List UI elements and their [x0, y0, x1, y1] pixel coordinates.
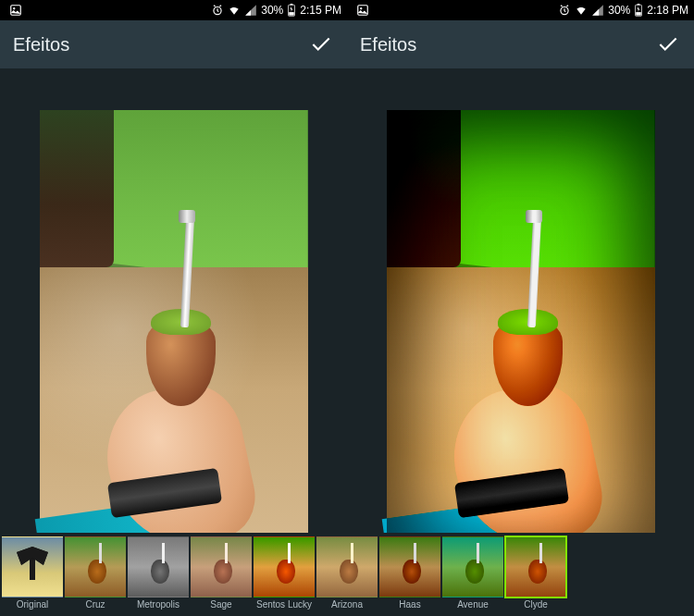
filter-thumb [128, 536, 189, 598]
image-icon [356, 4, 369, 17]
clock-label: 2:18 PM [647, 4, 688, 17]
signal-icon [244, 4, 257, 17]
filter-label: Sentos Lucky [254, 599, 315, 610]
filter-label: Original [2, 599, 63, 610]
battery-icon [287, 4, 296, 17]
filter-sentos-lucky[interactable]: Sentos Lucky [254, 536, 315, 610]
filter-arizona[interactable]: Arizona [316, 536, 378, 610]
header: Efeitos [0, 20, 347, 68]
svg-rect-4 [291, 4, 293, 5]
filter-clyde[interactable]: Clyde [505, 536, 566, 610]
filter-label: Metropolis [128, 599, 189, 610]
filter-strip[interactable]: Original Cruz Metropolis Sage Sentos Luc… [0, 533, 694, 616]
photo-preview[interactable] [387, 110, 655, 574]
filter-label: Haas [379, 599, 440, 610]
filter-original[interactable]: Original [2, 536, 63, 610]
photo-preview[interactable] [40, 110, 308, 574]
filter-label: Avenue [442, 599, 503, 610]
filter-label: Arizona [316, 599, 378, 610]
svg-point-7 [360, 7, 362, 9]
svg-point-1 [13, 7, 15, 9]
filter-thumb [65, 536, 126, 598]
svg-rect-11 [636, 12, 641, 16]
status-bar: 30% 2:18 PM [347, 0, 694, 20]
filter-cruz[interactable]: Cruz [65, 536, 126, 610]
wifi-icon [228, 4, 241, 17]
wifi-icon [575, 4, 588, 17]
image-icon [9, 4, 22, 17]
filter-label: Sage [191, 599, 252, 610]
filter-label: Cruz [65, 599, 126, 610]
filter-haas[interactable]: Haas [379, 536, 440, 610]
battery-label: 30% [608, 4, 630, 17]
filter-thumb [2, 536, 63, 598]
battery-icon [634, 4, 643, 17]
alarm-icon [211, 4, 224, 17]
filter-thumb [254, 536, 315, 598]
page-title: Efeitos [13, 34, 69, 55]
svg-rect-5 [289, 12, 294, 16]
filter-sage[interactable]: Sage [191, 536, 252, 610]
signal-icon [591, 4, 604, 17]
screen-left: 30% 2:15 PM Efeitos [0, 0, 347, 616]
filter-thumb [505, 536, 566, 598]
svg-rect-10 [638, 4, 640, 5]
alarm-icon [558, 4, 571, 17]
header: Efeitos [347, 20, 694, 68]
confirm-button[interactable] [308, 31, 334, 57]
status-bar: 30% 2:15 PM [0, 0, 347, 20]
filter-thumb [379, 536, 440, 598]
clock-label: 2:15 PM [300, 4, 341, 17]
filter-label: Clyde [505, 599, 566, 610]
filter-metropolis[interactable]: Metropolis [128, 536, 189, 610]
filter-avenue[interactable]: Avenue [442, 536, 503, 610]
confirm-button[interactable] [655, 31, 681, 57]
page-title: Efeitos [360, 34, 416, 55]
filter-thumb [442, 536, 503, 598]
battery-label: 30% [261, 4, 283, 17]
filter-thumb [191, 536, 252, 598]
filter-thumb [316, 536, 378, 598]
screen-right: 30% 2:18 PM Efeitos [347, 0, 694, 616]
